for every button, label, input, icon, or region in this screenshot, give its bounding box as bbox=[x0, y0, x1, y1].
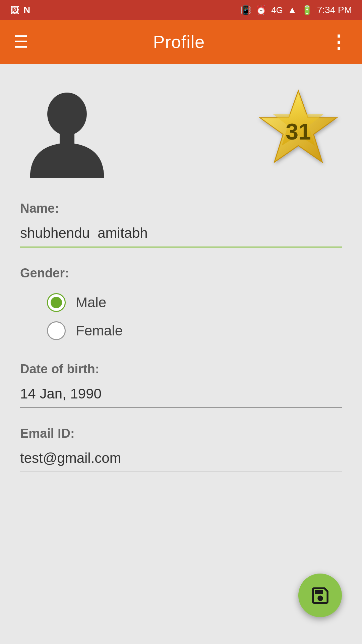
hamburger-menu-button[interactable]: ☰ bbox=[13, 34, 28, 50]
email-input[interactable] bbox=[20, 447, 342, 472]
page-title: Profile bbox=[153, 32, 205, 52]
overflow-menu-button[interactable]: ⋮ bbox=[329, 39, 349, 45]
gender-male-label: Male bbox=[76, 294, 106, 311]
dob-label: Date of birth: bbox=[20, 362, 342, 376]
name-label: Name: bbox=[20, 201, 342, 216]
dob-field-group: Date of birth: bbox=[20, 362, 342, 408]
gender-female-option[interactable]: Female bbox=[47, 321, 342, 340]
dob-input[interactable] bbox=[20, 382, 342, 408]
gender-field-group: Gender: Male Female bbox=[20, 266, 342, 343]
status-bar: 🖼 N 📳 ⏰ 4G ▲ 🔋 7:34 PM bbox=[0, 0, 362, 20]
gender-female-radio[interactable] bbox=[47, 321, 66, 340]
photo-icon: 🖼 bbox=[10, 5, 19, 16]
gender-male-radio-inner bbox=[51, 297, 62, 308]
gender-label: Gender: bbox=[20, 266, 342, 280]
gender-male-option[interactable]: Male bbox=[47, 293, 342, 312]
gender-female-label: Female bbox=[76, 323, 123, 339]
name-input[interactable] bbox=[20, 222, 342, 248]
avatar bbox=[20, 84, 114, 178]
alarm-icon: ⏰ bbox=[256, 5, 266, 15]
gender-radio-group: Male Female bbox=[20, 286, 342, 343]
svg-point-0 bbox=[47, 93, 87, 136]
battery-icon: 🔋 bbox=[302, 5, 312, 15]
save-fab-button[interactable] bbox=[298, 574, 342, 617]
network-icon: 4G bbox=[271, 5, 283, 15]
email-field-group: Email ID: bbox=[20, 426, 342, 472]
avatar-svg bbox=[25, 87, 109, 178]
email-label: Email ID: bbox=[20, 426, 342, 441]
star-badge: 31 bbox=[255, 87, 342, 174]
time-display: 7:34 PM bbox=[317, 5, 352, 15]
name-field-group: Name: bbox=[20, 201, 342, 248]
n-icon: N bbox=[23, 5, 30, 15]
app-bar: ☰ Profile ⋮ bbox=[0, 20, 362, 64]
save-icon bbox=[309, 585, 331, 606]
gender-male-radio[interactable] bbox=[47, 293, 66, 312]
status-right-icons: 📳 ⏰ 4G ▲ 🔋 7:34 PM bbox=[240, 5, 352, 15]
star-count: 31 bbox=[286, 118, 311, 145]
vibrate-icon: 📳 bbox=[240, 5, 251, 15]
svg-rect-1 bbox=[60, 132, 74, 145]
status-left-icons: 🖼 N bbox=[10, 5, 30, 16]
main-content: 31 Name: Gender: Male Female Dat bbox=[0, 64, 362, 644]
signal-icon: ▲ bbox=[288, 5, 297, 15]
profile-header: 31 bbox=[20, 77, 342, 184]
